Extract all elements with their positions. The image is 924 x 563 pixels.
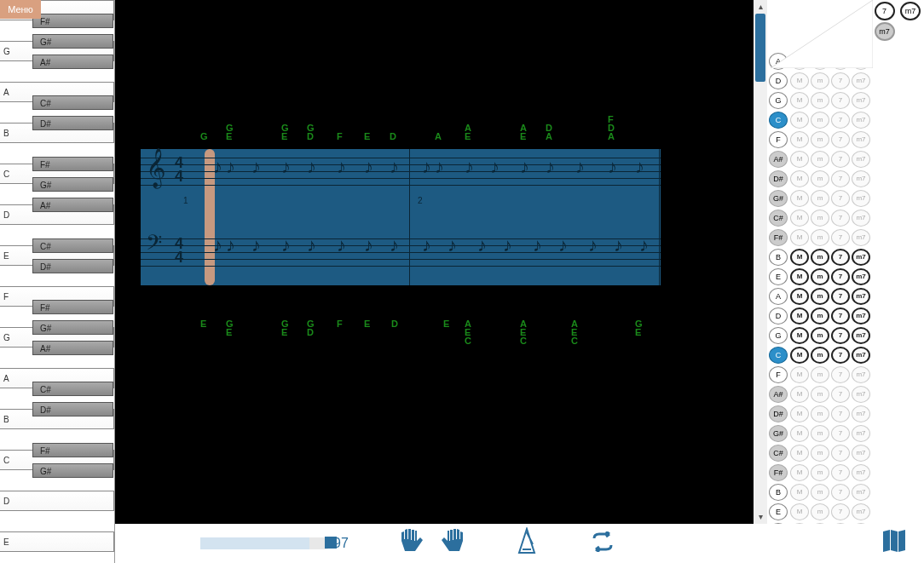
note[interactable]: ♪ (364, 234, 373, 256)
chord-button-M[interactable]: M (790, 288, 809, 305)
chord-button-m7[interactable]: m7 (852, 249, 870, 266)
chord-button-m[interactable]: m (811, 190, 829, 207)
note[interactable]: ♪ (226, 156, 235, 178)
chord-button-7[interactable]: 7 (831, 92, 850, 109)
note[interactable]: ♪ (281, 156, 291, 178)
note[interactable]: ♪ (337, 234, 346, 256)
black-key-Fsharp[interactable]: F# (32, 300, 113, 314)
root-button-Fsharp[interactable]: F# (769, 464, 788, 481)
chord-button-m[interactable]: m (811, 366, 829, 383)
chord-button-7[interactable]: 7 (831, 72, 850, 89)
chord-button-m7[interactable]: m7 (852, 503, 870, 520)
chord-button-7[interactable]: 7 (831, 405, 850, 422)
chord-button-7[interactable]: 7 (831, 347, 850, 364)
chord-button-M[interactable]: M (790, 425, 809, 442)
note[interactable]: ♪ (422, 234, 431, 256)
chord-button-7[interactable]: 7 (831, 210, 850, 227)
note[interactable]: ♪ (477, 234, 487, 256)
chord-button-7[interactable]: 7 (831, 366, 850, 383)
chord-button-7[interactable]: 7 (831, 425, 850, 442)
note[interactable]: ♪ (281, 234, 291, 256)
chord-button-7[interactable]: 7 (831, 112, 850, 129)
note[interactable]: ♪ (213, 156, 222, 178)
chord-button-m7[interactable]: m7 (852, 112, 870, 129)
black-key-Gsharp[interactable]: G# (32, 177, 113, 192)
chord-button-M[interactable]: M (790, 190, 809, 207)
chord-m7-grey-button[interactable]: m7 (875, 22, 895, 41)
root-button-Asharp[interactable]: A# (769, 386, 788, 403)
root-button-C[interactable]: C (769, 112, 788, 129)
chord-button-7[interactable]: 7 (831, 503, 850, 520)
chord-button-m[interactable]: m (811, 72, 829, 89)
root-button-A[interactable]: A (769, 288, 788, 305)
root-button-C[interactable]: C (769, 347, 788, 364)
root-button-E[interactable]: E (769, 503, 788, 520)
chord-button-m[interactable]: m (811, 484, 829, 501)
root-button-Csharp[interactable]: C# (769, 210, 788, 227)
chord-button-m7[interactable]: m7 (852, 405, 870, 422)
chord-button-m[interactable]: m (811, 288, 829, 305)
tempo-slider-handle[interactable] (325, 537, 337, 549)
note[interactable]: ♪ (213, 234, 222, 256)
note[interactable]: ♪ (490, 156, 500, 178)
root-button-Asharp[interactable]: A# (769, 151, 788, 168)
score-viewport[interactable]: 𝄞 44 𝄢 44 1 2 ♪♪♪♪♪♪♪♪♪♪♪♪♪♪♪♪♪ ♪♪♪♪♪♪♪♪… (115, 0, 754, 524)
chord-button-m7[interactable]: m7 (852, 53, 870, 70)
note[interactable]: ♪ (533, 234, 542, 256)
chord-button-m7[interactable]: m7 (852, 268, 870, 285)
chord-button-m7[interactable]: m7 (852, 170, 870, 187)
chord-button-m7[interactable]: m7 (852, 131, 870, 148)
right-hand-icon[interactable] (441, 527, 465, 560)
chord-button-m7[interactable]: m7 (852, 151, 870, 168)
black-key-Dsharp[interactable]: D# (32, 116, 113, 130)
chord-button-M[interactable]: M (790, 503, 809, 520)
chord-7-button[interactable]: 7 (875, 2, 895, 20)
chord-button-M[interactable]: M (790, 92, 809, 109)
chord-button-M[interactable]: M (790, 484, 809, 501)
black-key-Csharp[interactable]: C# (32, 238, 113, 253)
chord-button-7[interactable]: 7 (831, 268, 850, 285)
note[interactable]: ♪ (639, 234, 649, 256)
note[interactable]: ♪ (337, 156, 346, 178)
root-button-G[interactable]: G (769, 327, 788, 344)
chord-button-M[interactable]: M (790, 210, 809, 227)
note[interactable]: ♪ (226, 234, 235, 256)
black-key-Csharp[interactable]: C# (32, 382, 113, 396)
chord-button-m[interactable]: m (811, 445, 829, 462)
chord-button-m[interactable]: m (811, 503, 829, 520)
chord-button-M[interactable]: M (790, 112, 809, 129)
vertical-scrollbar[interactable]: ▴ ▾ (754, 0, 767, 524)
chord-button-m[interactable]: m (811, 307, 829, 325)
chord-button-m7[interactable]: m7 (852, 347, 870, 364)
black-key-Csharp[interactable]: C# (32, 95, 113, 110)
chord-button-m7[interactable]: m7 (852, 190, 870, 207)
chord-button-M[interactable]: M (790, 405, 809, 422)
chord-button-m[interactable]: m (811, 425, 829, 442)
root-button-Dsharp[interactable]: D# (769, 170, 788, 187)
chord-button-7[interactable]: 7 (831, 229, 850, 246)
chord-button-M[interactable]: M (790, 131, 809, 148)
scroll-thumb[interactable] (755, 14, 765, 82)
scroll-down-arrow[interactable]: ▾ (754, 510, 767, 524)
chord-button-7[interactable]: 7 (831, 53, 850, 70)
chord-button-m7[interactable]: m7 (852, 484, 870, 501)
chord-button-7[interactable]: 7 (831, 131, 850, 148)
note[interactable]: ♪ (520, 156, 529, 178)
chord-button-M[interactable]: M (790, 327, 809, 344)
chord-button-7[interactable]: 7 (831, 445, 850, 462)
black-key-Dsharp[interactable]: D# (32, 259, 113, 273)
chord-button-M[interactable]: M (790, 229, 809, 246)
note[interactable]: ♪ (422, 156, 431, 178)
white-key-E[interactable]: E (0, 531, 114, 552)
note[interactable]: ♪ (448, 234, 457, 256)
chord-button-M[interactable]: M (790, 445, 809, 462)
chord-button-M[interactable]: M (790, 53, 809, 70)
note[interactable]: ♪ (307, 156, 316, 178)
chord-button-7[interactable]: 7 (831, 170, 850, 187)
chord-button-m7[interactable]: m7 (852, 229, 870, 246)
chord-button-m[interactable]: m (811, 170, 829, 187)
chord-button-7[interactable]: 7 (831, 464, 850, 481)
note[interactable]: ♪ (465, 156, 474, 178)
note[interactable]: ♪ (635, 156, 644, 178)
chord-button-m[interactable]: m (811, 229, 829, 246)
